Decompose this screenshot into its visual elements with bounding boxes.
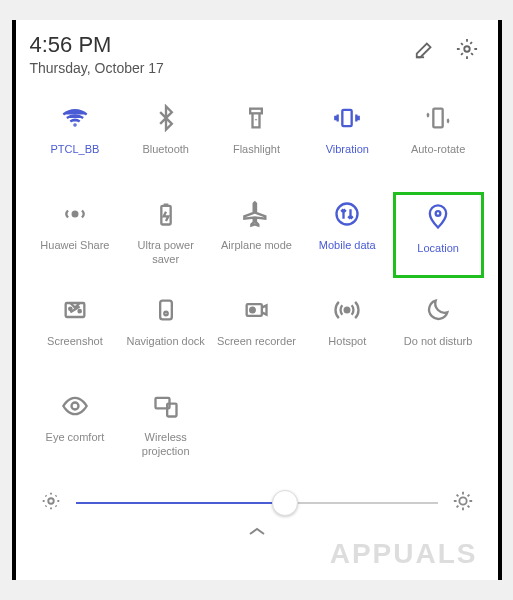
flashlight-icon [240, 102, 272, 134]
projection-icon [150, 390, 182, 422]
vibration-icon [331, 102, 363, 134]
svg-point-4 [73, 212, 78, 217]
tile-wifi[interactable]: PTCL_BB [30, 96, 121, 182]
svg-point-9 [69, 308, 71, 310]
tile-label: Flashlight [233, 142, 280, 156]
tile-hotspot[interactable]: Hotspot [302, 288, 393, 374]
svg-rect-5 [161, 206, 170, 225]
tile-label: Location [417, 241, 459, 255]
tile-label: Mobile data [319, 238, 376, 252]
mobile-data-icon [331, 198, 363, 230]
tile-label: Hotspot [328, 334, 366, 348]
tile-dnd[interactable]: Do not disturb [393, 288, 484, 374]
screen-recorder-icon [240, 294, 272, 326]
slider-thumb[interactable] [272, 490, 298, 516]
svg-point-0 [464, 46, 470, 52]
tile-eye-comfort[interactable]: Eye comfort [30, 384, 121, 470]
tile-label: Eye comfort [46, 430, 105, 444]
moon-icon [422, 294, 454, 326]
svg-point-6 [337, 204, 358, 225]
tile-label: Huawei Share [40, 238, 109, 252]
tile-bluetooth[interactable]: Bluetooth [120, 96, 211, 182]
bluetooth-icon [150, 102, 182, 134]
quick-settings-panel: 4:56 PM Thursday, October 17 PTCL_BB Blu… [12, 20, 502, 580]
tile-label: Airplane mode [221, 238, 292, 252]
brightness-slider[interactable] [76, 502, 438, 504]
tile-screen-recorder[interactable]: Screen recorder [211, 288, 302, 374]
tile-airplane[interactable]: Airplane mode [211, 192, 302, 278]
wifi-icon [59, 102, 91, 134]
tile-label: Screenshot [47, 334, 103, 348]
tile-label: Wireless projection [126, 430, 206, 459]
header-actions [414, 32, 484, 64]
svg-point-19 [48, 498, 54, 504]
watermark: APPUALS [330, 538, 478, 570]
brightness-low-icon [40, 490, 62, 516]
location-icon [422, 201, 454, 233]
tile-flashlight[interactable]: Flashlight [211, 96, 302, 182]
clock-date: Thursday, October 17 [30, 60, 164, 76]
eye-icon [59, 390, 91, 422]
tile-screenshot[interactable]: Screenshot [30, 288, 121, 374]
time-date-block: 4:56 PM Thursday, October 17 [30, 32, 164, 76]
tile-wireless-projection[interactable]: Wireless projection [120, 384, 211, 470]
svg-point-20 [459, 497, 466, 504]
svg-point-14 [251, 308, 256, 313]
airplane-icon [240, 198, 272, 230]
tile-label: Auto-rotate [411, 142, 465, 156]
autorotate-icon [422, 102, 454, 134]
huawei-share-icon [59, 198, 91, 230]
nav-dock-icon [150, 294, 182, 326]
edit-icon[interactable] [414, 38, 436, 64]
screenshot-icon [59, 294, 91, 326]
tile-huawei-share[interactable]: Huawei Share [30, 192, 121, 278]
svg-point-12 [164, 312, 168, 316]
tile-label: PTCL_BB [50, 142, 99, 156]
svg-rect-3 [433, 109, 442, 128]
battery-icon [150, 198, 182, 230]
tile-label: Vibration [326, 142, 369, 156]
quick-tiles-grid: PTCL_BB Bluetooth Flashlight Vibration A [30, 96, 484, 470]
slider-fill [76, 502, 286, 504]
settings-icon[interactable] [456, 38, 478, 64]
svg-point-16 [71, 403, 78, 410]
svg-point-10 [78, 310, 80, 312]
brightness-control [30, 490, 484, 516]
brightness-high-icon [452, 490, 474, 516]
svg-point-15 [345, 308, 350, 313]
tile-vibration[interactable]: Vibration [302, 96, 393, 182]
tile-label: Bluetooth [142, 142, 188, 156]
tile-mobile-data[interactable]: Mobile data [302, 192, 393, 278]
svg-rect-11 [160, 301, 172, 320]
tile-label: Do not disturb [404, 334, 472, 348]
svg-rect-2 [343, 110, 352, 126]
header: 4:56 PM Thursday, October 17 [30, 32, 484, 76]
tile-location[interactable]: Location [393, 192, 484, 278]
tile-power-saver[interactable]: Ultra power saver [120, 192, 211, 278]
hotspot-icon [331, 294, 363, 326]
clock-time: 4:56 PM [30, 32, 164, 58]
tile-label: Screen recorder [217, 334, 296, 348]
tile-autorotate[interactable]: Auto-rotate [393, 96, 484, 182]
tile-nav-dock[interactable]: Navigation dock [120, 288, 211, 374]
svg-rect-1 [251, 109, 263, 114]
tile-label: Navigation dock [127, 334, 205, 348]
tile-label: Ultra power saver [126, 238, 206, 267]
svg-point-7 [436, 211, 441, 216]
